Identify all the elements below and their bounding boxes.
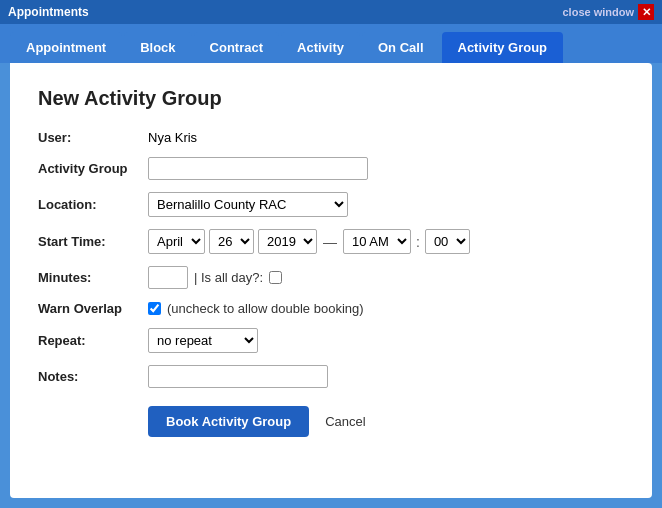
window-title: Appointments (8, 5, 89, 19)
time-dash: — (321, 234, 339, 250)
minutes-label: Minutes: (38, 270, 148, 285)
activity-group-row: Activity Group (38, 157, 624, 180)
location-select[interactable]: Bernalillo County RAC (148, 192, 348, 217)
is-all-day-checkbox[interactable] (269, 271, 282, 284)
repeat-select[interactable]: no repeat (148, 328, 258, 353)
warn-overlap-control: (uncheck to allow double booking) (148, 301, 624, 316)
start-hour-select[interactable]: 10 AM (343, 229, 411, 254)
start-time-label: Start Time: (38, 234, 148, 249)
form-title: New Activity Group (38, 87, 624, 110)
warn-overlap-checkbox[interactable] (148, 302, 161, 315)
activity-group-input[interactable] (148, 157, 368, 180)
start-time-row: Start Time: April 26 2019 — 10 AM (38, 229, 624, 254)
title-bar: Appointments close window ✕ (0, 0, 662, 24)
is-all-day-label: | Is all day?: (194, 270, 263, 285)
tab-on-call[interactable]: On Call (362, 32, 440, 63)
book-activity-group-button[interactable]: Book Activity Group (148, 406, 309, 437)
activity-group-label: Activity Group (38, 161, 148, 176)
start-minute-select[interactable]: 00 (425, 229, 470, 254)
start-month-select[interactable]: April (148, 229, 205, 254)
warn-overlap-text: (uncheck to allow double booking) (167, 301, 364, 316)
button-row: Book Activity Group Cancel (38, 406, 624, 437)
user-row: User: Nya Kris (38, 130, 624, 145)
notes-control (148, 365, 624, 388)
activity-group-control (148, 157, 624, 180)
user-label: User: (38, 130, 148, 145)
location-row: Location: Bernalillo County RAC (38, 192, 624, 217)
tab-block[interactable]: Block (124, 32, 191, 63)
repeat-control: no repeat (148, 328, 624, 353)
start-year-select[interactable]: 2019 (258, 229, 317, 254)
minutes-row: Minutes: | Is all day?: (38, 266, 624, 289)
notes-row: Notes: (38, 365, 624, 388)
warn-overlap-row: Warn Overlap (uncheck to allow double bo… (38, 301, 624, 316)
appointments-window: Appointments close window ✕ Appointment … (0, 0, 662, 508)
repeat-row: Repeat: no repeat (38, 328, 624, 353)
start-time-control: April 26 2019 — 10 AM : 00 (148, 229, 624, 254)
user-value: Nya Kris (148, 130, 624, 145)
cancel-button[interactable]: Cancel (325, 414, 365, 429)
close-label: close window (562, 6, 634, 18)
close-button[interactable]: ✕ (638, 4, 654, 20)
location-label: Location: (38, 197, 148, 212)
tab-activity[interactable]: Activity (281, 32, 360, 63)
tab-activity-group[interactable]: Activity Group (442, 32, 564, 63)
tab-bar: Appointment Block Contract Activity On C… (0, 24, 662, 63)
minutes-control: | Is all day?: (148, 266, 624, 289)
notes-input[interactable] (148, 365, 328, 388)
tab-appointment[interactable]: Appointment (10, 32, 122, 63)
repeat-label: Repeat: (38, 333, 148, 348)
warn-overlap-label: Warn Overlap (38, 301, 148, 316)
minutes-input[interactable] (148, 266, 188, 289)
notes-label: Notes: (38, 369, 148, 384)
start-day-select[interactable]: 26 (209, 229, 254, 254)
tab-contract[interactable]: Contract (194, 32, 279, 63)
form-content: New Activity Group User: Nya Kris Activi… (10, 63, 652, 498)
time-colon: : (415, 234, 421, 250)
title-bar-controls: close window ✕ (562, 4, 654, 20)
location-control: Bernalillo County RAC (148, 192, 624, 217)
